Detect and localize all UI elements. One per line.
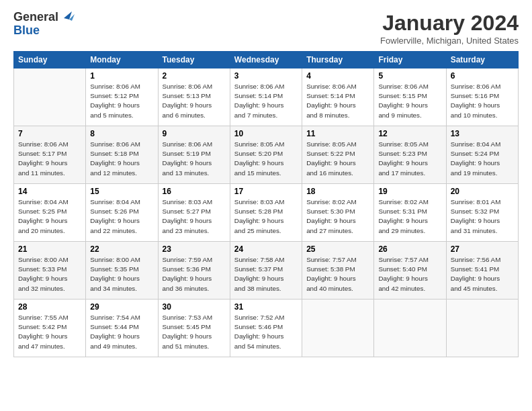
day-info: Sunrise: 7:53 AMSunset: 5:45 PMDaylight:… <box>163 313 226 351</box>
day-info: Sunrise: 8:05 AMSunset: 5:22 PMDaylight:… <box>306 140 369 178</box>
day-info: Sunrise: 8:04 AMSunset: 5:25 PMDaylight:… <box>18 197 81 236</box>
calendar-page: General Blue January 2024 Fowlerville, M… <box>0 0 532 411</box>
weekday-header-sunday: Sunday <box>14 52 86 68</box>
day-number: 26 <box>378 244 441 254</box>
day-info: Sunrise: 8:06 AMSunset: 5:19 PMDaylight:… <box>163 140 226 178</box>
day-number: 18 <box>306 187 369 196</box>
logo-text-blue: Blue <box>13 24 75 38</box>
day-number: 23 <box>163 244 226 254</box>
calendar-cell: 16Sunrise: 8:03 AMSunset: 5:27 PMDayligh… <box>158 184 230 242</box>
day-info: Sunrise: 7:59 AMSunset: 5:36 PMDaylight:… <box>163 255 226 293</box>
day-info: Sunrise: 8:02 AMSunset: 5:31 PMDaylight:… <box>378 197 441 236</box>
calendar-cell: 23Sunrise: 7:59 AMSunset: 5:36 PMDayligh… <box>158 242 230 300</box>
day-number: 15 <box>90 187 153 196</box>
weekday-header-thursday: Thursday <box>302 52 374 68</box>
calendar-cell: 6Sunrise: 8:06 AMSunset: 5:16 PMDaylight… <box>446 68 518 126</box>
calendar-cell: 31Sunrise: 7:52 AMSunset: 5:46 PMDayligh… <box>230 300 302 357</box>
logo: General Blue <box>13 11 75 38</box>
day-number: 17 <box>234 187 298 196</box>
day-info: Sunrise: 8:06 AMSunset: 5:12 PMDaylight:… <box>90 82 153 120</box>
calendar-cell: 9Sunrise: 8:06 AMSunset: 5:19 PMDaylight… <box>158 126 230 184</box>
day-info: Sunrise: 8:05 AMSunset: 5:23 PMDaylight:… <box>378 140 441 178</box>
day-info: Sunrise: 7:54 AMSunset: 5:44 PMDaylight:… <box>90 313 153 351</box>
calendar-cell: 14Sunrise: 8:04 AMSunset: 5:25 PMDayligh… <box>14 184 86 242</box>
day-info: Sunrise: 8:06 AMSunset: 5:18 PMDaylight:… <box>90 140 153 178</box>
day-info: Sunrise: 7:52 AMSunset: 5:46 PMDaylight:… <box>234 313 298 351</box>
day-number: 5 <box>378 71 441 81</box>
day-number: 31 <box>234 302 298 312</box>
day-number: 3 <box>234 71 298 81</box>
day-info: Sunrise: 7:58 AMSunset: 5:37 PMDaylight:… <box>234 255 298 293</box>
weekday-header-tuesday: Tuesday <box>158 52 230 68</box>
day-info: Sunrise: 8:04 AMSunset: 5:24 PMDaylight:… <box>451 140 514 178</box>
calendar-cell <box>302 300 374 357</box>
calendar-cell: 13Sunrise: 8:04 AMSunset: 5:24 PMDayligh… <box>446 126 518 184</box>
calendar-cell: 26Sunrise: 7:57 AMSunset: 5:40 PMDayligh… <box>374 242 446 300</box>
calendar-cell: 17Sunrise: 8:03 AMSunset: 5:28 PMDayligh… <box>230 184 302 242</box>
calendar-cell: 3Sunrise: 8:06 AMSunset: 5:14 PMDaylight… <box>230 68 302 126</box>
day-number: 30 <box>163 302 226 312</box>
day-info: Sunrise: 8:06 AMSunset: 5:16 PMDaylight:… <box>451 82 514 120</box>
day-info: Sunrise: 8:06 AMSunset: 5:14 PMDaylight:… <box>306 82 369 120</box>
day-info: Sunrise: 7:57 AMSunset: 5:38 PMDaylight:… <box>306 255 369 293</box>
logo-bird-icon <box>60 9 75 24</box>
day-number: 1 <box>90 71 153 81</box>
day-info: Sunrise: 7:55 AMSunset: 5:42 PMDaylight:… <box>18 313 81 351</box>
calendar-cell <box>14 68 86 126</box>
day-info: Sunrise: 8:04 AMSunset: 5:26 PMDaylight:… <box>90 197 153 236</box>
month-title: January 2024 <box>380 11 519 36</box>
calendar-cell: 1Sunrise: 8:06 AMSunset: 5:12 PMDaylight… <box>86 68 158 126</box>
calendar-cell: 24Sunrise: 7:58 AMSunset: 5:37 PMDayligh… <box>230 242 302 300</box>
calendar-cell: 18Sunrise: 8:02 AMSunset: 5:30 PMDayligh… <box>302 184 374 242</box>
day-number: 20 <box>451 187 514 196</box>
day-number: 4 <box>306 71 369 81</box>
day-info: Sunrise: 8:06 AMSunset: 5:14 PMDaylight:… <box>234 82 298 120</box>
calendar-cell: 7Sunrise: 8:06 AMSunset: 5:17 PMDaylight… <box>14 126 86 184</box>
day-number: 19 <box>378 187 441 196</box>
calendar-cell: 22Sunrise: 8:00 AMSunset: 5:35 PMDayligh… <box>86 242 158 300</box>
day-info: Sunrise: 8:03 AMSunset: 5:27 PMDaylight:… <box>163 197 226 236</box>
day-number: 6 <box>451 71 514 81</box>
day-number: 10 <box>234 129 298 138</box>
day-info: Sunrise: 8:03 AMSunset: 5:28 PMDaylight:… <box>234 197 298 236</box>
day-number: 27 <box>451 244 514 254</box>
weekday-header-saturday: Saturday <box>446 52 518 68</box>
weekday-header-wednesday: Wednesday <box>230 52 302 68</box>
day-info: Sunrise: 7:57 AMSunset: 5:40 PMDaylight:… <box>378 255 441 293</box>
day-number: 2 <box>163 71 226 81</box>
header: General Blue January 2024 Fowlerville, M… <box>13 11 519 46</box>
day-number: 21 <box>18 244 81 254</box>
calendar-cell: 21Sunrise: 8:00 AMSunset: 5:33 PMDayligh… <box>14 242 86 300</box>
calendar-cell: 15Sunrise: 8:04 AMSunset: 5:26 PMDayligh… <box>86 184 158 242</box>
calendar-cell: 25Sunrise: 7:57 AMSunset: 5:38 PMDayligh… <box>302 242 374 300</box>
calendar-cell <box>446 300 518 357</box>
calendar-cell: 5Sunrise: 8:06 AMSunset: 5:15 PMDaylight… <box>374 68 446 126</box>
calendar-cell: 30Sunrise: 7:53 AMSunset: 5:45 PMDayligh… <box>158 300 230 357</box>
calendar-cell: 12Sunrise: 8:05 AMSunset: 5:23 PMDayligh… <box>374 126 446 184</box>
day-number: 8 <box>90 129 153 138</box>
calendar-cell: 4Sunrise: 8:06 AMSunset: 5:14 PMDaylight… <box>302 68 374 126</box>
day-info: Sunrise: 8:05 AMSunset: 5:20 PMDaylight:… <box>234 140 298 178</box>
calendar-table: SundayMondayTuesdayWednesdayThursdayFrid… <box>13 51 519 357</box>
calendar-cell: 8Sunrise: 8:06 AMSunset: 5:18 PMDaylight… <box>86 126 158 184</box>
weekday-header-friday: Friday <box>374 52 446 68</box>
day-number: 14 <box>18 187 81 196</box>
day-number: 28 <box>18 302 81 312</box>
weekday-header-monday: Monday <box>86 52 158 68</box>
calendar-cell: 10Sunrise: 8:05 AMSunset: 5:20 PMDayligh… <box>230 126 302 184</box>
location: Fowlerville, Michigan, United States <box>380 36 519 46</box>
calendar-cell: 29Sunrise: 7:54 AMSunset: 5:44 PMDayligh… <box>86 300 158 357</box>
day-info: Sunrise: 8:01 AMSunset: 5:32 PMDaylight:… <box>451 197 514 236</box>
day-number: 11 <box>306 129 369 138</box>
calendar-cell: 19Sunrise: 8:02 AMSunset: 5:31 PMDayligh… <box>374 184 446 242</box>
day-number: 12 <box>378 129 441 138</box>
calendar-cell: 11Sunrise: 8:05 AMSunset: 5:22 PMDayligh… <box>302 126 374 184</box>
day-number: 25 <box>306 244 369 254</box>
day-info: Sunrise: 7:56 AMSunset: 5:41 PMDaylight:… <box>451 255 514 293</box>
day-info: Sunrise: 8:06 AMSunset: 5:13 PMDaylight:… <box>163 82 226 120</box>
calendar-cell: 27Sunrise: 7:56 AMSunset: 5:41 PMDayligh… <box>446 242 518 300</box>
day-info: Sunrise: 8:02 AMSunset: 5:30 PMDaylight:… <box>306 197 369 236</box>
calendar-cell: 20Sunrise: 8:01 AMSunset: 5:32 PMDayligh… <box>446 184 518 242</box>
day-number: 13 <box>451 129 514 138</box>
day-number: 16 <box>163 187 226 196</box>
